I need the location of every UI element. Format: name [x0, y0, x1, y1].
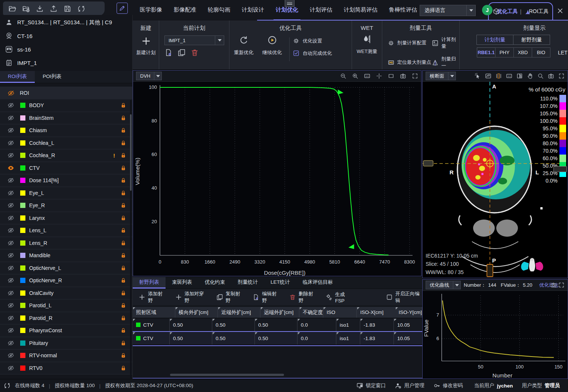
checkbox-empty-icon[interactable] [386, 294, 393, 301]
uncertainty-cell[interactable]: 0.0 [297, 318, 336, 331]
iso-y-cell[interactable]: 10.05 [394, 318, 422, 331]
lock-icon[interactable] [120, 165, 126, 171]
roi-row[interactable]: PharynxConst [0, 324, 132, 337]
new-plan-button[interactable]: 新建计划 [133, 36, 159, 56]
visibility-toggle[interactable] [7, 152, 17, 159]
plan-item[interactable]: IMPT_1 [0, 56, 132, 69]
roi-row[interactable]: Eye_L [0, 187, 132, 200]
compare-tool-icon[interactable] [516, 73, 523, 79]
add-opposed-field-button[interactable]: 添加对穿野 [175, 290, 207, 304]
language-select[interactable]: 选择语言 [420, 5, 476, 16]
lateral-margin-cell[interactable]: 0.50 [170, 332, 212, 345]
visibility-toggle[interactable] [7, 315, 17, 321]
lock-icon[interactable] [120, 215, 126, 221]
roi-row[interactable]: BrainStem [0, 112, 132, 125]
let-label[interactable]: LET [558, 50, 568, 56]
lock-icon[interactable] [120, 327, 126, 333]
lock-icon[interactable] [120, 127, 126, 133]
roi-tools-tab-label[interactable]: ROI工具 [529, 8, 549, 15]
iso-y-cell[interactable]: 10.05 [394, 332, 422, 345]
fullscreen-icon[interactable] [412, 73, 418, 79]
beam-table-header-cell[interactable]: ISO-X[cm] [357, 307, 395, 318]
forward-edit-checkbox-row[interactable]: 开启正向编辑 [386, 290, 422, 304]
roi-row[interactable]: OpticNerve_R [0, 274, 132, 287]
lock-icon[interactable] [120, 202, 126, 208]
visibility-toggle[interactable] [7, 177, 17, 184]
visibility-toggle[interactable] [7, 127, 17, 134]
roi-row[interactable]: Lens_R [0, 237, 132, 250]
region-cell[interactable]: CTV [133, 318, 170, 331]
roi-scrollbar[interactable] [130, 100, 132, 378]
dose-mode-button[interactable]: RBE1.1 [477, 47, 496, 57]
zoom-out-icon[interactable] [340, 73, 346, 79]
beam-tab[interactable]: 临床评估目标 [296, 277, 339, 289]
chevron-down-icon[interactable] [215, 36, 224, 45]
pan-hand-icon[interactable] [527, 73, 533, 79]
ct-view-select[interactable]: 横断面 [426, 72, 456, 80]
beam-table-row[interactable]: CTV 0.50 0.50 0.50 0.0 iso1 -1.83 10.05 [133, 332, 422, 345]
distal-margin-cell[interactable]: 0.50 [255, 332, 297, 345]
dose-mode-button[interactable]: XBD [513, 47, 532, 57]
dvh-chart[interactable]: 0830166024903320415049805810664074708300… [133, 82, 421, 276]
visibility-toggle[interactable] [7, 352, 17, 359]
crosshair-icon[interactable] [376, 73, 382, 79]
lock-icon[interactable] [120, 277, 126, 283]
scrollbar-thumb[interactable] [130, 114, 132, 191]
roi-row[interactable]: Eye_R [0, 199, 132, 212]
change-password-button[interactable]: 修改密码 [433, 382, 463, 389]
nav-tab[interactable]: 医学影像 [138, 0, 164, 21]
visibility-toggle[interactable] [7, 277, 17, 284]
lock-icon[interactable] [120, 102, 126, 108]
continue-optimize-button[interactable]: 继续优化 [258, 35, 286, 61]
edit-field-button[interactable]: 编辑射野 [253, 290, 280, 304]
lock-icon[interactable] [120, 252, 126, 258]
chevron-down-icon[interactable] [448, 72, 456, 80]
visibility-toggle[interactable] [7, 290, 17, 296]
proximal-margin-cell[interactable]: 0.50 [212, 332, 255, 345]
nav-tab[interactable]: 计划设计 [240, 0, 266, 21]
beam-tab[interactable]: 束斑列表 [166, 277, 198, 289]
roi-list-header[interactable]: ROI [0, 87, 132, 99]
lock-icon[interactable] [120, 177, 126, 183]
structure-set-item[interactable]: ss-16 [0, 43, 132, 56]
beam-table-header-cell[interactable]: 远端外扩[cm] [260, 307, 299, 318]
one-to-one-icon[interactable] [506, 73, 512, 79]
beam-table-header-cell[interactable]: ISO-Y[cm] [395, 307, 422, 318]
beam-table-header-cell[interactable]: ISO [323, 307, 357, 318]
visibility-toggle[interactable] [7, 252, 17, 259]
lock-icon[interactable] [120, 352, 126, 358]
zoom-in-icon[interactable] [352, 73, 358, 79]
visibility-toggle[interactable] [7, 302, 17, 309]
rect-select-icon[interactable] [388, 73, 394, 79]
proximal-margin-cell[interactable]: 0.50 [212, 318, 255, 331]
visibility-toggle[interactable] [7, 190, 17, 196]
fullscreen-icon[interactable] [558, 282, 565, 288]
chevron-down-icon[interactable] [154, 72, 161, 80]
copy-field-button[interactable]: 复制射野 [216, 290, 244, 304]
scrollbar-thumb[interactable] [170, 374, 284, 376]
user-avatar[interactable]: J [482, 5, 493, 15]
region-cell[interactable]: CTV [133, 332, 170, 345]
visibility-toggle[interactable] [7, 340, 17, 346]
nav-tab[interactable]: 计划简易评估 [342, 0, 380, 21]
close-button[interactable] [556, 7, 564, 15]
visibility-toggle[interactable] [7, 365, 17, 371]
dose-legend-handle[interactable] [553, 166, 567, 172]
roi-row[interactable]: BODY [0, 99, 132, 112]
dvh-view-select[interactable]: DVH [136, 72, 162, 80]
import-icon[interactable] [36, 5, 44, 13]
screenshot-icon[interactable] [550, 282, 557, 288]
plan-select[interactable]: IMPT_1 [164, 35, 224, 45]
edit-button[interactable] [117, 3, 128, 14]
lock-icon[interactable] [120, 115, 126, 121]
delete-field-button[interactable]: 删除射野 [289, 290, 317, 304]
beam-tab[interactable]: LET统计 [264, 277, 296, 289]
chevron-down-icon[interactable] [466, 5, 475, 16]
visibility-toggle[interactable] [7, 240, 17, 246]
roi-row[interactable]: Dose 114[%] [0, 174, 132, 187]
roi-row[interactable]: Larynx [0, 212, 132, 225]
horizontal-scrollbar[interactable] [133, 373, 422, 376]
nav-tab[interactable]: 计划评估 [308, 0, 334, 21]
slice-handle[interactable] [487, 264, 493, 277]
visibility-toggle[interactable] [7, 102, 17, 109]
